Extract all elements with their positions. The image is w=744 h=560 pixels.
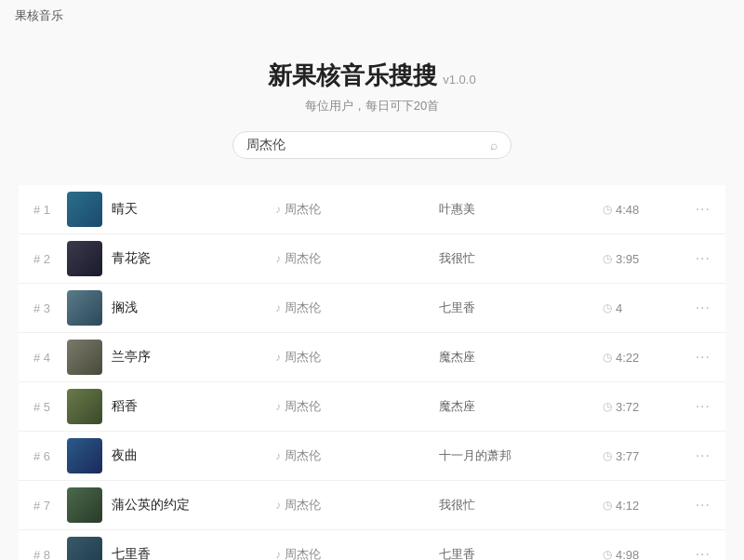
app-brand: 果核音乐 bbox=[0, 0, 744, 32]
table-row[interactable]: # 6 夜曲 ♪ 周杰伦 十一月的萧邦 ◷ 3:77 ··· bbox=[19, 432, 725, 481]
clock-icon: ◷ bbox=[603, 203, 612, 216]
person-icon: ♪ bbox=[275, 351, 281, 364]
subtitle: 每位用户，每日可下20首 bbox=[0, 98, 744, 114]
clock-icon: ◷ bbox=[603, 351, 612, 364]
track-duration: ◷ 4:12 bbox=[603, 499, 684, 513]
track-more-button[interactable]: ··· bbox=[684, 349, 711, 366]
track-more-button[interactable]: ··· bbox=[684, 546, 711, 560]
track-more-button[interactable]: ··· bbox=[684, 398, 711, 415]
track-number: # 8 bbox=[33, 548, 67, 561]
track-number: # 1 bbox=[33, 203, 67, 217]
person-icon: ♪ bbox=[275, 499, 281, 512]
track-duration: ◷ 4 bbox=[603, 301, 684, 315]
search-input[interactable] bbox=[246, 138, 485, 153]
track-more-button[interactable]: ··· bbox=[684, 201, 711, 218]
page-title: 新果核音乐搜搜 bbox=[268, 60, 437, 92]
table-row[interactable]: # 5 稻香 ♪ 周杰伦 魔杰座 ◷ 3:72 ··· bbox=[19, 382, 725, 432]
table-row[interactable]: # 8 七里香 ♪ 周杰伦 七里香 ◷ 4:98 ··· bbox=[19, 530, 725, 560]
track-more-button[interactable]: ··· bbox=[684, 447, 711, 464]
track-artist: ♪ 周杰伦 bbox=[275, 349, 439, 366]
search-box: ⌕ bbox=[232, 131, 512, 159]
track-title: 青花瓷 bbox=[112, 250, 275, 267]
track-duration: ◷ 4:98 bbox=[603, 548, 684, 561]
track-album: 我很忙 bbox=[439, 250, 603, 267]
search-icon: ⌕ bbox=[490, 138, 498, 153]
person-icon: ♪ bbox=[275, 252, 281, 265]
track-album: 叶惠美 bbox=[439, 201, 603, 218]
track-artist: ♪ 周杰伦 bbox=[275, 546, 439, 560]
track-number: # 5 bbox=[33, 400, 67, 414]
track-album: 我很忙 bbox=[439, 497, 603, 513]
person-icon: ♪ bbox=[275, 203, 281, 216]
track-number: # 3 bbox=[33, 301, 67, 315]
track-number: # 4 bbox=[33, 351, 67, 365]
track-artist: ♪ 周杰伦 bbox=[275, 398, 439, 415]
clock-icon: ◷ bbox=[603, 449, 612, 462]
track-duration: ◷ 3:77 bbox=[603, 449, 684, 463]
track-album: 魔杰座 bbox=[439, 398, 603, 415]
table-row[interactable]: # 7 蒲公英的约定 ♪ 周杰伦 我很忙 ◷ 4:12 ··· bbox=[19, 481, 725, 530]
track-title: 夜曲 bbox=[112, 447, 275, 464]
track-artist: ♪ 周杰伦 bbox=[275, 447, 439, 464]
track-thumbnail bbox=[67, 241, 102, 276]
track-title: 稻香 bbox=[112, 398, 275, 415]
person-icon: ♪ bbox=[275, 301, 281, 314]
person-icon: ♪ bbox=[275, 400, 281, 413]
track-album: 魔杰座 bbox=[439, 349, 603, 366]
track-more-button[interactable]: ··· bbox=[684, 300, 711, 316]
track-thumbnail bbox=[67, 192, 102, 227]
track-number: # 2 bbox=[33, 252, 67, 266]
track-more-button[interactable]: ··· bbox=[684, 497, 711, 513]
clock-icon: ◷ bbox=[603, 400, 612, 413]
track-title: 兰亭序 bbox=[112, 349, 275, 366]
person-icon: ♪ bbox=[275, 449, 281, 462]
track-thumbnail bbox=[67, 537, 102, 560]
track-artist: ♪ 周杰伦 bbox=[275, 250, 439, 267]
version-badge: v1.0.0 bbox=[443, 73, 475, 87]
track-thumbnail bbox=[67, 487, 102, 523]
track-duration: ◷ 4:48 bbox=[603, 203, 684, 217]
clock-icon: ◷ bbox=[603, 301, 612, 314]
track-number: # 7 bbox=[33, 499, 67, 513]
track-thumbnail bbox=[67, 438, 102, 473]
track-list: # 1 晴天 ♪ 周杰伦 叶惠美 ◷ 4:48 ··· # 2 青花瓷 ♪ 周杰… bbox=[19, 185, 725, 560]
clock-icon: ◷ bbox=[603, 252, 612, 265]
track-more-button[interactable]: ··· bbox=[684, 250, 711, 267]
track-number: # 6 bbox=[33, 449, 67, 463]
clock-icon: ◷ bbox=[603, 548, 612, 560]
track-album: 十一月的萧邦 bbox=[439, 447, 603, 464]
track-duration: ◷ 4:22 bbox=[603, 351, 684, 365]
track-artist: ♪ 周杰伦 bbox=[275, 300, 439, 316]
track-artist: ♪ 周杰伦 bbox=[275, 201, 439, 218]
track-thumbnail bbox=[67, 389, 102, 424]
track-thumbnail bbox=[67, 290, 102, 326]
track-duration: ◷ 3:72 bbox=[603, 400, 684, 414]
table-row[interactable]: # 3 搁浅 ♪ 周杰伦 七里香 ◷ 4 ··· bbox=[19, 284, 725, 333]
track-title: 搁浅 bbox=[112, 300, 275, 316]
person-icon: ♪ bbox=[275, 548, 281, 560]
track-thumbnail bbox=[67, 340, 102, 375]
track-title: 晴天 bbox=[112, 201, 275, 218]
track-duration: ◷ 3:95 bbox=[603, 252, 684, 266]
table-row[interactable]: # 1 晴天 ♪ 周杰伦 叶惠美 ◷ 4:48 ··· bbox=[19, 185, 725, 234]
track-artist: ♪ 周杰伦 bbox=[275, 497, 439, 513]
track-title: 七里香 bbox=[112, 546, 275, 560]
table-row[interactable]: # 2 青花瓷 ♪ 周杰伦 我很忙 ◷ 3:95 ··· bbox=[19, 234, 725, 284]
clock-icon: ◷ bbox=[603, 499, 612, 512]
track-album: 七里香 bbox=[439, 300, 603, 316]
table-row[interactable]: # 4 兰亭序 ♪ 周杰伦 魔杰座 ◷ 4:22 ··· bbox=[19, 333, 725, 382]
track-album: 七里香 bbox=[439, 546, 603, 560]
track-title: 蒲公英的约定 bbox=[112, 497, 275, 513]
